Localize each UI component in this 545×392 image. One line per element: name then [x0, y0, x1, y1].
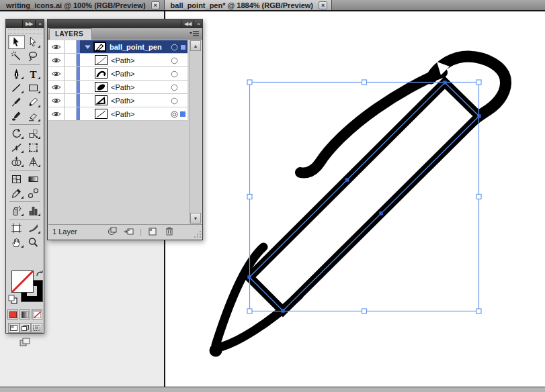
- bbox-handle[interactable]: [476, 309, 481, 313]
- column-graph-tool[interactable]: [25, 203, 42, 217]
- selection-tool[interactable]: [8, 35, 25, 49]
- hand-tool[interactable]: [8, 235, 25, 249]
- bbox-handle[interactable]: [476, 195, 481, 199]
- layer-row-content[interactable]: <Path>: [80, 54, 187, 66]
- bbox-handle[interactable]: [362, 80, 367, 85]
- path-row-5[interactable]: <Path>: [48, 107, 187, 121]
- bbox-handle[interactable]: [476, 80, 481, 85]
- panel-resize-grip[interactable]: [194, 230, 202, 238]
- blend-tool[interactable]: [25, 186, 42, 200]
- layer-row-content[interactable]: ball_point_pen: [80, 40, 187, 53]
- swap-fill-stroke-icon[interactable]: [36, 270, 44, 278]
- draw-behind-button[interactable]: [19, 323, 31, 333]
- magic-wand-tool[interactable]: [8, 49, 25, 63]
- layers-tab[interactable]: LAYERS: [49, 28, 92, 40]
- shape-builder-tool[interactable]: [8, 154, 25, 168]
- fill-swatch-none[interactable]: [11, 271, 34, 293]
- layer-row-content[interactable]: <Path>: [80, 94, 187, 107]
- visibility-eye-icon[interactable]: [48, 40, 65, 53]
- gradient-button[interactable]: [19, 309, 30, 320]
- screen-mode-button[interactable]: [17, 336, 32, 348]
- lock-toggle-cell[interactable]: [65, 107, 77, 120]
- target-circle-icon[interactable]: [171, 111, 178, 118]
- layer-thumbnail-thin-arc[interactable]: [95, 55, 108, 65]
- line-segment-tool[interactable]: [8, 81, 25, 95]
- make-clipping-mask-icon[interactable]: [106, 227, 117, 236]
- visibility-eye-icon[interactable]: [48, 107, 65, 120]
- path-anchor[interactable]: [281, 309, 284, 312]
- layer-thumbnail-thick-hook[interactable]: [95, 68, 108, 79]
- scroll-up-button[interactable]: ▲: [190, 40, 201, 51]
- path-anchor[interactable]: [379, 211, 382, 215]
- document-tab-close-button[interactable]: ×: [319, 1, 327, 9]
- layer-row-content[interactable]: <Path>: [80, 107, 187, 120]
- visibility-eye-icon[interactable]: [48, 81, 65, 93]
- target-circle-icon[interactable]: [171, 97, 178, 105]
- default-fill-stroke-icon[interactable]: [8, 295, 17, 304]
- rotate-tool[interactable]: [8, 126, 25, 140]
- bbox-handle[interactable]: [247, 195, 252, 199]
- target-circle-icon[interactable]: [171, 84, 178, 91]
- bbox-handle[interactable]: [362, 309, 367, 313]
- bbox-handle[interactable]: [247, 309, 252, 313]
- artboard-tool[interactable]: [8, 221, 25, 235]
- layer-thumbnail-filled-ellipse[interactable]: [95, 82, 108, 92]
- path-row-3[interactable]: <Path>: [48, 81, 187, 94]
- selection-indicator-square[interactable]: [181, 45, 185, 50]
- lock-toggle-cell[interactable]: [65, 40, 77, 53]
- tools-collapse-button[interactable]: ▶▶: [22, 20, 35, 28]
- tools-panel-titlebar[interactable]: ▶▶ ×: [6, 19, 44, 28]
- path-row-1[interactable]: <Path>: [48, 54, 187, 67]
- target-circle-icon[interactable]: [171, 57, 178, 64]
- scale-tool[interactable]: [25, 126, 42, 140]
- panel-menu-icon[interactable]: [189, 30, 200, 38]
- disclosure-triangle-icon[interactable]: [84, 44, 91, 50]
- bbox-handle[interactable]: [247, 80, 252, 85]
- layer-thumbnail-triangle[interactable]: [95, 95, 108, 105]
- lock-toggle-cell[interactable]: [65, 81, 77, 93]
- symbol-sprayer-tool[interactable]: [8, 203, 25, 217]
- path-row-2[interactable]: <Path>: [48, 67, 187, 81]
- layer-row-content[interactable]: <Path>: [80, 67, 187, 80]
- layers-panel-titlebar[interactable]: ◀◀ ×: [48, 19, 202, 28]
- direct-selection-tool[interactable]: [25, 35, 42, 49]
- layer-row-content[interactable]: <Path>: [80, 81, 187, 93]
- document-tab-close-button[interactable]: ×: [151, 1, 160, 9]
- canvas-artboard[interactable]: [165, 11, 545, 387]
- lasso-tool[interactable]: [25, 49, 42, 63]
- tools-close-button[interactable]: ×: [35, 20, 44, 28]
- none-button[interactable]: [32, 309, 42, 320]
- eraser-tool[interactable]: [25, 109, 42, 123]
- create-sublayer-icon[interactable]: [123, 227, 134, 236]
- lock-toggle-cell[interactable]: [65, 94, 77, 107]
- visibility-eye-icon[interactable]: [48, 67, 65, 80]
- layer-thumbnail-diagonal-line[interactable]: [95, 109, 108, 119]
- layers-collapse-button[interactable]: ◀◀: [181, 20, 194, 28]
- layers-close-button[interactable]: ×: [194, 20, 202, 28]
- blob-brush-tool[interactable]: [8, 109, 25, 123]
- layers-scrollbar[interactable]: ▲ ▼: [190, 40, 201, 224]
- tools-drag-grip[interactable]: [8, 30, 42, 34]
- color-button[interactable]: [7, 309, 18, 320]
- path-anchor[interactable]: [345, 178, 349, 181]
- target-circle-icon[interactable]: [171, 70, 178, 78]
- layer-thumbnail-pen-art[interactable]: [93, 42, 106, 52]
- path-anchor[interactable]: [443, 81, 446, 84]
- layer-row-ball_point_pen[interactable]: ball_point_pen: [48, 40, 187, 54]
- selection-indicator-square[interactable]: [180, 111, 185, 117]
- lock-toggle-cell[interactable]: [65, 54, 77, 66]
- lock-toggle-cell[interactable]: [65, 67, 77, 80]
- width-tool[interactable]: [8, 140, 25, 154]
- create-new-layer-icon[interactable]: [147, 227, 158, 236]
- target-circle-icon[interactable]: [171, 44, 178, 51]
- draw-inside-button[interactable]: [31, 323, 42, 333]
- slice-tool[interactable]: [25, 221, 42, 235]
- zoom-tool[interactable]: [25, 235, 42, 249]
- rectangle-tool[interactable]: [25, 81, 42, 95]
- delete-layer-icon[interactable]: [164, 227, 175, 236]
- document-tab-1[interactable]: ball_point_pen* @ 1884% (RGB/Preview)×: [165, 0, 332, 10]
- type-tool[interactable]: T: [25, 66, 42, 81]
- eyedropper-tool[interactable]: [8, 186, 25, 200]
- gradient-tool[interactable]: [25, 172, 42, 186]
- free-transform-tool[interactable]: [25, 140, 42, 154]
